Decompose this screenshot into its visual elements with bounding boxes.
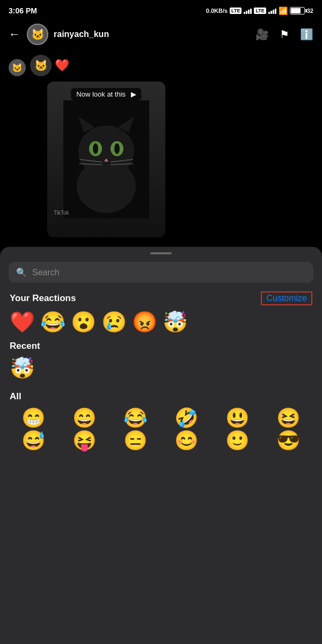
all-label: All	[10, 391, 21, 402]
svg-point-2	[78, 126, 134, 177]
nav-action-icons: 🎥 ⚑ ℹ️	[255, 28, 313, 41]
reaction-emoji-laugh[interactable]: 😂	[40, 312, 65, 332]
message-row-1: 🐱 🐱 ❤️	[9, 55, 313, 76]
all-emoji-grid: 😁 😄 😂 🤣 😃 😆 😅 😝 😑 😊 🙂 😎	[0, 408, 322, 450]
your-reactions-header: Your Reactions Customize	[0, 291, 322, 312]
video-call-icon[interactable]: 🎥	[255, 28, 269, 41]
username-label: rainyach_kun	[54, 30, 255, 39]
reaction-emoji-cry[interactable]: 😢	[101, 312, 127, 332]
all-emoji-9[interactable]: 😑	[112, 431, 159, 450]
svg-point-8	[114, 143, 120, 154]
tiktok-video-card[interactable]: Now look at this ▶ TikTok	[47, 82, 165, 237]
all-emoji-8[interactable]: 😝	[61, 431, 108, 450]
network-speed: 0.0KB/s	[206, 8, 228, 14]
chat-area: 🐱 🐱 ❤️	[0, 49, 322, 253]
lte-badge: LTE	[230, 8, 241, 14]
cat-image	[63, 100, 149, 218]
all-header: All	[0, 391, 322, 408]
your-reactions-label: Your Reactions	[10, 293, 76, 304]
your-reactions-row: ❤️ 😂 😮 😢 😡 🤯	[0, 312, 322, 341]
video-caption-badge: Now look at this ▶	[71, 88, 141, 100]
recent-emoji-1[interactable]: 🤯	[10, 358, 35, 378]
signal-bars-2	[268, 8, 276, 14]
back-button[interactable]: ←	[9, 27, 20, 41]
all-emoji-4[interactable]: 🤣	[163, 408, 210, 428]
emoji-picker-sheet: 🔍 Search Your Reactions Customize ❤️ 😂 😮…	[0, 247, 322, 644]
all-emoji-5[interactable]: 😃	[214, 408, 261, 428]
sender-avatar-small: 🐱	[9, 59, 26, 76]
reaction-emoji-angry[interactable]: 😡	[132, 312, 157, 332]
all-emoji-1[interactable]: 😁	[10, 408, 57, 428]
reaction-emoji-explode[interactable]: 🤯	[163, 312, 188, 332]
status-bar: 3:06 PM 0.0KB/s LTE LTE 📶 32	[0, 0, 322, 19]
all-emoji-7[interactable]: 😅	[10, 431, 57, 450]
recent-label: Recent	[10, 341, 40, 352]
lte-badge-2: LTE	[254, 8, 266, 14]
all-emoji-6[interactable]: 😆	[265, 408, 312, 428]
flag-icon[interactable]: ⚑	[280, 28, 289, 41]
search-placeholder[interactable]: Search	[32, 268, 306, 277]
battery-indicator	[290, 7, 305, 14]
emoji-search-bar[interactable]: 🔍 Search	[9, 262, 313, 283]
signal-bars-1	[244, 8, 252, 14]
search-icon: 🔍	[16, 267, 27, 277]
top-nav: ← 🐱 rainyach_kun 🎥 ⚑ ℹ️	[0, 19, 322, 49]
heart-reaction: ❤️	[55, 58, 69, 72]
recent-header: Recent	[0, 341, 322, 358]
reaction-emoji-heart[interactable]: ❤️	[10, 312, 35, 332]
all-emoji-2[interactable]: 😄	[61, 408, 108, 428]
wifi-icon: 📶	[279, 6, 288, 15]
all-emoji-3[interactable]: 😂	[112, 408, 159, 428]
sheet-handle	[150, 252, 172, 254]
all-emoji-11[interactable]: 🙂	[214, 431, 261, 450]
svg-point-7	[93, 143, 98, 154]
battery-percent: 32	[307, 8, 313, 14]
status-right: 0.0KB/s LTE LTE 📶 32	[206, 6, 313, 15]
avatar[interactable]: 🐱	[27, 24, 48, 45]
tiktok-logo: TikTok	[54, 210, 69, 216]
all-emoji-12[interactable]: 😎	[265, 431, 312, 450]
reaction-emoji-wow[interactable]: 😮	[71, 312, 96, 332]
all-emoji-10[interactable]: 😊	[163, 431, 210, 450]
info-icon[interactable]: ℹ️	[300, 28, 313, 41]
recent-row: 🤯	[0, 358, 322, 387]
customize-button[interactable]: Customize	[261, 291, 312, 305]
status-time: 3:06 PM	[9, 6, 37, 15]
